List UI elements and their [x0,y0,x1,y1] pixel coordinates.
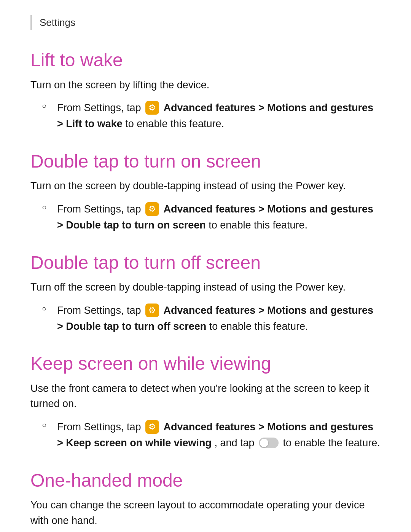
section-title-double-tap-off: Double tap to turn off screen [30,252,381,274]
section-desc-double-tap-off: Turn off the screen by double-tapping in… [30,280,381,295]
section-keep-screen-on: Keep screen on while viewing Use the fro… [30,353,381,451]
bullet-list-double-tap-on: From Settings, tap Advanced features > M… [30,201,381,233]
section-desc-keep-screen-on: Use the front camera to detect when you’… [30,381,381,412]
page-header: Settings [30,15,381,30]
section-title-one-handed-mode: One-handed mode [30,470,381,492]
section-desc-lift-to-wake: Turn on the screen by lifting the device… [30,77,381,93]
settings-icon [145,420,159,434]
settings-icon [145,101,159,115]
bullet-list-double-tap-off: From Settings, tap Advanced features > M… [30,303,381,335]
section-lift-to-wake: Lift to wake Turn on the screen by lifti… [30,49,381,132]
text-before: From Settings, tap [57,102,144,113]
text-before: From Settings, tap [57,203,144,215]
section-one-handed-mode: One-handed mode You can change the scree… [30,470,381,532]
section-double-tap-off: Double tap to turn off screen Turn off t… [30,252,381,335]
bullet-list-lift-to-wake: From Settings, tap Advanced features > M… [30,100,381,132]
section-title-keep-screen-on: Keep screen on while viewing [30,353,381,375]
bullet-item: From Settings, tap Advanced features > M… [42,419,381,451]
text-end: to enable the feature. [283,437,380,449]
text-before: From Settings, tap [57,305,144,316]
bullet-item: From Settings, tap Advanced features > M… [42,201,381,233]
toggle-icon [259,438,279,448]
text-after: to enable this feature. [209,321,308,332]
bullet-list-keep-screen-on: From Settings, tap Advanced features > M… [30,419,381,451]
text-before: From Settings, tap [57,421,144,433]
section-desc-one-handed-mode: You can change the screen layout to acco… [30,497,381,528]
text-connector: , and tap [214,437,257,449]
bullet-item: From Settings, tap Advanced features > M… [42,100,381,132]
settings-icon [145,304,159,317]
text-after: to enable this feature. [209,219,307,231]
text-after: to enable this feature. [125,118,224,129]
section-title-lift-to-wake: Lift to wake [30,49,381,71]
settings-icon [145,202,159,216]
bullet-item: From Settings, tap Advanced features > M… [42,303,381,335]
section-desc-double-tap-on: Turn on the screen by double-tapping ins… [30,178,381,194]
section-double-tap-on: Double tap to turn on screen Turn on the… [30,150,381,233]
section-title-double-tap-on: Double tap to turn on screen [30,150,381,173]
header-label: Settings [40,17,75,28]
